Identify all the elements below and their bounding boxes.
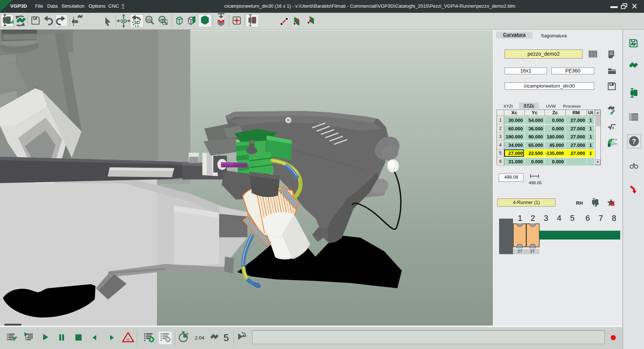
svg-text:3D: 3D — [134, 20, 140, 25]
svg-text:2.04: 2.04 — [195, 335, 205, 341]
svg-text:3D: 3D — [121, 18, 127, 24]
svg-text:x: x — [611, 125, 614, 130]
svg-text:3D: 3D — [147, 18, 151, 22]
svg-text:5: 5 — [224, 332, 229, 343]
